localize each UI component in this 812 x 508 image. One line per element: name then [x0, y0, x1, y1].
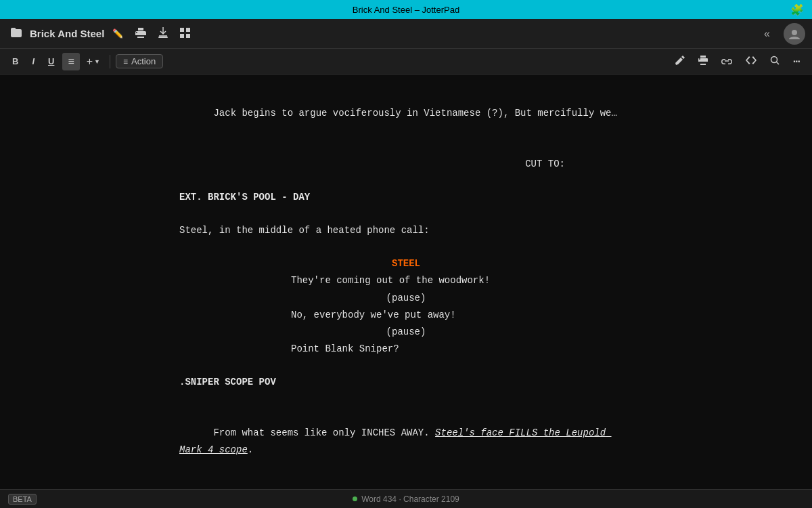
scene-heading-2: .SNIPER SCOPE POV — [179, 374, 633, 391]
folder-button[interactable] — [7, 25, 26, 42]
code-icon — [746, 56, 757, 66]
action-type-icon: ≡ — [123, 57, 128, 66]
spacer — [179, 358, 633, 374]
dialogue-1-2: No, everybody we've put away! — [291, 307, 521, 324]
svg-rect-2 — [186, 28, 190, 32]
svg-point-5 — [792, 30, 797, 35]
content-area[interactable]: Jack begins to argue vociferously in Vie… — [0, 75, 812, 489]
scene-heading-1: EXT. BRICK'S POOL - DAY — [179, 189, 633, 206]
parenthetical-1-1: (pause) — [325, 290, 487, 307]
beta-badge: BETA — [8, 494, 37, 505]
code-button[interactable] — [740, 54, 762, 69]
spacer — [179, 391, 633, 407]
action-line-1: Jack begins to argue vociferously in Vie… — [179, 88, 633, 140]
spacer — [179, 206, 633, 222]
edit-icon — [675, 57, 685, 67]
rename-button[interactable]: ✏️ — [108, 26, 127, 41]
word-count: Word 434 · Character 2109 — [361, 494, 459, 504]
transition-1: CUT TO: — [179, 156, 633, 173]
print2-icon — [698, 57, 708, 67]
app-title: Brick And Steel – JotterPad — [353, 5, 459, 15]
document-title: Brick And Steel — [30, 28, 104, 39]
print-icon — [135, 28, 146, 40]
svg-rect-0 — [158, 37, 168, 38]
dialogue-1-1: They're coming out of the woodwork! — [291, 272, 521, 289]
edit-mode-button[interactable] — [670, 53, 690, 70]
dialogue-1-3: Point Blank Sniper? — [291, 341, 521, 358]
insert-button[interactable]: + ▼ — [83, 54, 104, 70]
chevron-down-icon: ▼ — [94, 58, 100, 65]
action-line-2: Steel, in the middle of a heated phone c… — [179, 222, 633, 239]
status-bar: BETA Word 434 · Character 2109 — [0, 489, 812, 508]
status-dot — [353, 496, 357, 501]
italic-button[interactable]: I — [26, 54, 40, 69]
spacer — [179, 239, 633, 255]
folder-icon — [11, 28, 22, 39]
download-button[interactable] — [154, 24, 172, 43]
more-button[interactable]: ··· — [788, 53, 805, 70]
format-bar: B I U ≡ + ▼ ≡ Action — [0, 49, 812, 75]
svg-line-7 — [776, 62, 779, 65]
title-bar: Brick And Steel – JotterPad 🧩 — [0, 0, 812, 19]
action-line-3: From what seems like only INCHES AWAY. S… — [179, 407, 633, 475]
screenplay-content: Jack begins to argue vociferously in Vie… — [152, 88, 660, 489]
bold-button[interactable]: B — [7, 54, 24, 69]
toolbar-left: Brick And Steel ✏️ — [7, 24, 756, 43]
plus-icon: + — [87, 56, 93, 68]
grid-icon — [180, 28, 190, 40]
search-button[interactable] — [765, 53, 785, 70]
search-icon — [770, 57, 780, 67]
spacer — [179, 475, 633, 489]
puzzle-icon: 🧩 — [790, 4, 804, 16]
download-icon — [158, 27, 168, 40]
grid-button[interactable] — [176, 25, 194, 43]
top-toolbar: Brick And Steel ✏️ « — [0, 19, 812, 49]
spacer — [179, 173, 633, 189]
avatar — [784, 23, 805, 45]
print-button[interactable] — [131, 25, 150, 43]
parenthetical-1-2: (pause) — [325, 324, 487, 341]
format-right-tools: ··· — [670, 53, 805, 70]
collapse-button[interactable]: « — [760, 25, 774, 43]
svg-rect-1 — [180, 28, 184, 32]
svg-rect-4 — [186, 34, 190, 38]
svg-point-6 — [771, 57, 777, 63]
action-type-selector[interactable]: ≡ Action — [116, 54, 163, 68]
pencil-icon: ✏️ — [112, 28, 123, 39]
link-icon — [721, 56, 732, 66]
justify-button[interactable]: ≡ — [62, 53, 79, 70]
action-type-label: Action — [131, 56, 156, 66]
link-button[interactable] — [716, 54, 738, 69]
svg-rect-3 — [180, 34, 184, 38]
spacer — [179, 140, 633, 156]
divider — [110, 55, 110, 68]
underline-button[interactable]: U — [43, 54, 60, 69]
character-name-1: STEEL — [179, 255, 633, 272]
print2-button[interactable] — [693, 53, 713, 70]
